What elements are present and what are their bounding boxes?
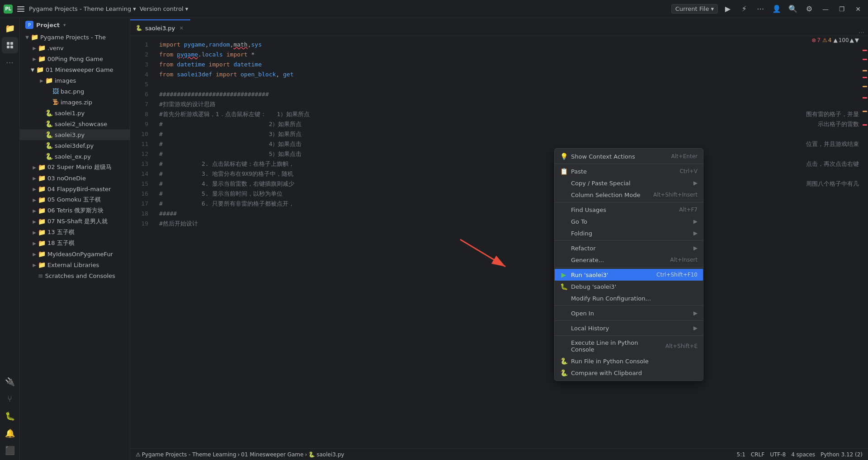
status-position[interactable]: 5:1 (735, 449, 747, 460)
search-everywhere-button[interactable]: 🔍 (787, 3, 799, 15)
menu-item-show-context-actions[interactable]: 💡 Show Context Actions Alt+Enter (555, 150, 703, 162)
refactor-icon (560, 244, 567, 252)
menu-separator-4 (555, 267, 703, 268)
tree-item-myideas[interactable]: ▶ 📁 MyIdeasOnPygameFur (20, 249, 130, 259)
version-control-arrow: ▾ (185, 5, 189, 12)
tree-item-saolei3[interactable]: ▶ 🐍 saolei3.py (20, 129, 130, 140)
lightbulb-icon: 💡 (560, 153, 567, 160)
project-dropdown-icon: ▾ (133, 5, 136, 12)
editor-content: 12345 678910 1112131415 16171819 import … (130, 36, 868, 448)
editor-status-badges: ⊗ 7 ⚠ 4 ▲ 100 ▲ ▼ (810, 36, 861, 44)
main-layout: 📁 ··· 🔌 ⑂ 🐛 🔔 ⬛ P Project ▾ ▼ (0, 18, 868, 460)
project-selector[interactable]: Pygame Projects - Theme Learning ▾ (29, 5, 136, 12)
version-control-selector[interactable]: Version control ▾ (140, 5, 189, 12)
settings-button[interactable]: ⚙ (803, 3, 816, 15)
collab-button[interactable]: 👤 (770, 3, 783, 15)
tree-item-nsshaft[interactable]: ▶ 📁 07 NS-Shaft 是男人就 (20, 216, 130, 227)
scroll-warn-mark-1 (863, 70, 867, 71)
restore-button[interactable]: ❐ (835, 3, 848, 15)
activity-git-icon[interactable]: ⑂ (2, 390, 18, 407)
menu-item-go-to[interactable]: Go To ▶ (555, 216, 703, 227)
tree-item-18wuzi[interactable]: ▶ 📁 18 五子棋 (20, 238, 130, 249)
warning-badge: ⚠ 4 (822, 37, 831, 43)
status-line-ending[interactable]: CRLF (749, 449, 766, 460)
code-editor[interactable]: import pygame,random,math,sys from pygam… (152, 36, 868, 448)
score-value: 100 (839, 37, 849, 43)
svg-rect-2 (7, 46, 9, 48)
run-button[interactable]: ▶ (722, 3, 734, 15)
run-icon: ▶ (560, 271, 567, 278)
tree-item-flappybird[interactable]: ▶ 📁 04 FlappyBird-master (20, 183, 130, 194)
activity-more-icon[interactable]: ··· (2, 54, 18, 70)
tree-item-supermario[interactable]: ▶ 📁 02 Super Mario 超级马 (20, 162, 130, 173)
tree-item-13wuzi[interactable]: ▶ 📁 13 五子棋 (20, 227, 130, 238)
menu-item-find-usages[interactable]: Find Usages Alt+F7 (555, 204, 703, 216)
current-file-selector[interactable]: Current File ▾ (671, 4, 718, 14)
tree-item-images-zip[interactable]: ▶ 🗜 images.zip (20, 97, 130, 108)
svg-rect-3 (10, 46, 13, 48)
menu-item-run-saolei3[interactable]: ▶ Run 'saolei3' Ctrl+Shift+F10 (555, 269, 703, 281)
tree-item-external-libs[interactable]: ▶ 📁 External Libraries (20, 259, 130, 270)
tree-item-minesweeper[interactable]: ▼ 📁 01 Minesweeper Game (20, 64, 130, 75)
menu-item-execute-line[interactable]: Execute Line in Python Console Alt+Shift… (555, 337, 703, 355)
more-actions-button[interactable]: ⋯ (754, 3, 767, 15)
activity-explorer-icon[interactable] (2, 37, 18, 53)
line-numbers: 12345 678910 1112131415 16171819 (130, 36, 152, 448)
tab-more-button[interactable]: ⋯ (855, 29, 868, 36)
submenu-arrow-refactor: ▶ (693, 245, 698, 251)
menu-item-run-file-console[interactable]: 🐍 Run File in Python Console (555, 355, 703, 367)
menu-item-refactor[interactable]: Refactor ▶ (555, 242, 703, 254)
status-project-path[interactable]: ⚠ Pygame Projects - Theme Learning › 01 … (134, 449, 346, 460)
status-indent[interactable]: 4 spaces (789, 449, 817, 460)
tree-item-noonedie[interactable]: ▶ 📁 03 noOneDie (20, 173, 130, 183)
minimize-button[interactable]: — (819, 3, 832, 15)
copy-paste-icon (560, 179, 567, 187)
tree-item-scratches[interactable]: ▶ ≡ Scratches and Consoles (20, 270, 130, 281)
tree-item-saolei-ex[interactable]: ▶ 🐍 saolei_ex.py (20, 151, 130, 162)
menu-item-debug-saolei3[interactable]: 🐛 Debug 'saolei3' (555, 281, 703, 292)
menu-item-open-in[interactable]: Open In ▶ (555, 307, 703, 319)
project-name-label: Pygame Projects - Theme Learning (29, 5, 131, 12)
coverage-button[interactable]: ⚡ (738, 3, 750, 15)
tree-item-pingpong[interactable]: ▶ 📁 00Ping Pong Game (20, 53, 130, 64)
svg-rect-0 (7, 42, 9, 45)
tree-item-gomoku[interactable]: ▶ 📁 05 Gomoku 五子棋 (20, 194, 130, 205)
hamburger-menu[interactable] (16, 5, 25, 14)
scroll-error-mark-5 (863, 124, 867, 126)
activity-plugins-icon[interactable]: 🔌 (2, 373, 18, 390)
tree-item-saolei1[interactable]: ▶ 🐍 saolei1.py (20, 108, 130, 118)
status-python-version[interactable]: Python 3.12 (2) (819, 449, 864, 460)
tree-item-root[interactable]: ▼ 📁 Pygame Projects - The (20, 32, 130, 42)
scratches-label: Scratches and Consoles (45, 272, 115, 279)
menu-item-paste[interactable]: 📋 Paste Ctrl+V (555, 165, 703, 177)
status-encoding[interactable]: UTF-8 (768, 449, 788, 460)
scroll-error-mark-1 (863, 50, 867, 51)
activity-terminal-icon[interactable]: ⬛ (2, 442, 18, 458)
tree-item-saolei3def[interactable]: ▶ 🐍 saolei3def.py (20, 140, 130, 151)
menu-item-generate[interactable]: Generate... Alt+Insert (555, 254, 703, 266)
tree-item-saolei2[interactable]: ▶ 🐍 saolei2_showcase (20, 118, 130, 129)
menu-separator-6 (555, 320, 703, 321)
titlebar: PL Pygame Projects - Theme Learning ▾ Ve… (0, 0, 868, 18)
activity-project-icon[interactable]: 📁 (2, 20, 18, 36)
menu-item-local-history[interactable]: Local History ▶ (555, 322, 703, 334)
tab-close-button[interactable]: ✕ (178, 24, 185, 32)
tree-item-venv[interactable]: ▶ 📁 .venv (20, 42, 130, 53)
close-button[interactable]: ✕ (852, 3, 864, 15)
tree-item-bac-png[interactable]: ▶ 🖼 bac.png (20, 86, 130, 97)
menu-item-folding[interactable]: Folding ▶ (555, 227, 703, 239)
tab-saolei3[interactable]: 🐍 saolei3.py ✕ (130, 19, 190, 36)
scroll-error-mark-3 (863, 77, 867, 78)
activity-notifications-icon[interactable]: 🔔 (2, 425, 18, 441)
menu-item-modify-run-config[interactable]: Modify Run Configuration... (555, 292, 703, 304)
version-control-label: Version control (140, 5, 184, 12)
activity-run-debug-icon[interactable]: 🐛 (2, 408, 18, 424)
menu-item-column-selection[interactable]: Column Selection Mode Alt+Shift+Insert (555, 189, 703, 201)
tree-item-images-folder[interactable]: ▶ 📁 images (20, 75, 130, 86)
warning-count: 4 (828, 37, 832, 43)
menu-item-copy-paste-special[interactable]: Copy / Paste Special ▶ (555, 177, 703, 189)
scroll-track[interactable] (862, 36, 868, 448)
folding-icon (560, 230, 567, 237)
menu-item-compare-clipboard[interactable]: 🐍 Compare with Clipboard (555, 367, 703, 379)
tree-item-tetris[interactable]: ▶ 📁 06 Tetris 俄罗斯方块 (20, 205, 130, 216)
